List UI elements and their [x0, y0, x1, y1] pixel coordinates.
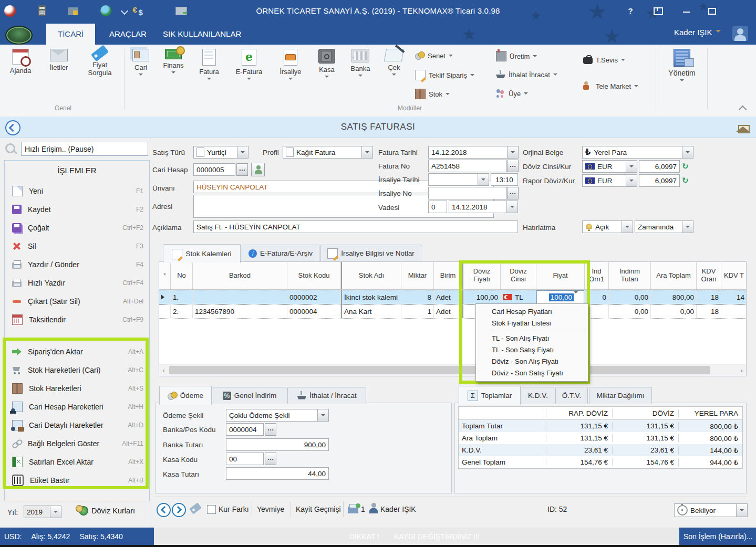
hatirlatma-select[interactable]: Açık	[582, 220, 633, 233]
tab-otv[interactable]: Ö.T.V.	[555, 387, 588, 404]
search-input[interactable]	[21, 142, 148, 156]
year-select[interactable]: 2019	[24, 506, 61, 518]
tab-stok-kalemleri[interactable]: Stok Kalemleri	[163, 244, 241, 263]
rapor-kur-input[interactable]: 6,0997	[639, 174, 680, 187]
menu-item-tl-son-alis[interactable]: TL - Son Alış Fiyatı	[476, 333, 588, 344]
tab-toplamlar[interactable]: Σ Toplamlar	[459, 386, 521, 405]
cari-hesap-lookup-button[interactable]: …	[236, 163, 248, 176]
kasa-kodu-lookup-button[interactable]: …	[265, 453, 276, 465]
horizontal-scrollbar[interactable]: ‹ ›	[159, 364, 746, 376]
vadesi-gun-input[interactable]: 0	[428, 201, 447, 213]
ribbon-button-yonetim[interactable]: Yönetim	[661, 49, 703, 85]
kayit-gecmisi-button[interactable]: Kayit Geçmişi	[296, 505, 341, 513]
kur-farki-checkbox[interactable]	[207, 505, 216, 514]
scroll-right-icon[interactable]: ›	[737, 366, 746, 374]
ribbon-button-fiyat-sorgula[interactable]: Fiyat Sorgula	[79, 49, 121, 77]
fatura-tarihi-select[interactable]: 14.12.2018	[428, 146, 519, 159]
cari-hesap-input[interactable]: 0000005	[193, 163, 235, 176]
sidebar-item-taksitlendir[interactable]: Taksitlendir Ctrl+F9	[12, 312, 143, 327]
aciklama-input[interactable]: Satış Ft. - HÜSEYİN CANPOLAT	[193, 220, 518, 233]
print-count-icon[interactable]	[348, 507, 358, 513]
menu-item-doviz-son-alis[interactable]: Döviz - Son Alış Fiyatı	[476, 356, 588, 367]
sidebar-item-kaydet[interactable]: Kaydet F2	[12, 202, 143, 217]
ribbon-button-senet[interactable]: Senet	[415, 51, 453, 60]
tab-araclar[interactable]: ARAÇLAR	[98, 24, 158, 45]
sidebar-item-cari-hesap-hareketleri[interactable]: Cari Hesap Hareketleri Alt+H	[12, 399, 143, 414]
scrollbar-thumb[interactable]	[169, 366, 710, 374]
grid-row-1[interactable]: 1. 0000002 İkinci stok kalemi 8 Adet 100…	[159, 290, 746, 304]
col-kdv-oran[interactable]: KDV Oran	[697, 262, 721, 289]
sidebar-item-bagli-belgeleri-goster[interactable]: Bağlı Belgeleri Göster Alt+F11	[12, 436, 143, 451]
pin-window-icon[interactable]	[654, 7, 663, 15]
tab-kdv[interactable]: K.D.V.	[522, 387, 554, 404]
sidebar-item-etiket-bastir[interactable]: Etiket Bastır Alt+B	[12, 473, 143, 488]
sidebar-item-satirlari-excel-aktar[interactable]: Satırları Excel Aktar Alt+X	[12, 455, 143, 469]
col-doviz-cinsi[interactable]: Döviz Cinsi	[501, 262, 536, 289]
col-ara-toplam[interactable]: Ara Toplam	[651, 262, 697, 289]
ribbon-button-iletiler[interactable]: İletiler	[42, 49, 76, 71]
kasa-tutari-input[interactable]: 44,00	[226, 467, 329, 480]
banka-pos-lookup-button[interactable]: …	[265, 423, 276, 436]
refresh-rate-icon[interactable]: ↻	[682, 176, 689, 185]
ribbon-button-banka[interactable]: Banka	[345, 49, 376, 80]
status-select[interactable]: Bekliyor	[674, 503, 748, 517]
user-avatar[interactable]	[732, 26, 748, 41]
menu-item-doviz-son-satis[interactable]: Döviz - Son Satış Fiyatı	[476, 367, 588, 379]
ribbon-button-cari[interactable]: Cari	[127, 49, 154, 79]
collapse-ribbon-icon[interactable]	[739, 106, 747, 114]
ribbon-button-stok[interactable]: Stok	[415, 89, 450, 99]
banka-tutari-input[interactable]: 900,00	[226, 438, 329, 451]
tab-ithalat-ihracat[interactable]: İthalat / İhracat	[287, 387, 366, 404]
sidebar-item-yazdir-gonder[interactable]: Yazdır / Gönder F4	[12, 257, 143, 272]
ribbon-button-fatura[interactable]: Fatura	[193, 49, 225, 83]
minimize-button[interactable]	[683, 12, 690, 13]
col-fiyat[interactable]: Fiyat	[536, 262, 585, 289]
ribbon-button-tele-market[interactable]: Tele Market	[583, 81, 638, 91]
col-no[interactable]: No	[171, 262, 193, 289]
doviz-kurlari-button[interactable]: Döviz Kurları	[79, 506, 135, 516]
fatura-no-lookup-button[interactable]: …	[507, 160, 519, 172]
sidebar-item-cikart-satir-sil[interactable]: Çıkart (Satır Sil) Alt+Del	[12, 294, 143, 309]
ribbon-button-cek[interactable]: Çek	[380, 49, 408, 79]
ribbon-button-uye[interactable]: Üye	[496, 89, 528, 98]
hatirlatma-zaman-select[interactable]: Zamanında	[635, 220, 693, 233]
sidebar-item-sil[interactable]: Sil F3	[12, 239, 143, 254]
user-menu[interactable]: Kader IŞIK	[674, 28, 721, 37]
menu-item-tl-son-satis[interactable]: TL - Son Satış Fiyatı	[476, 344, 588, 356]
grid-row-2[interactable]: 2. 1234567890 0000004 Ana Kart 1 Adet 0,…	[159, 304, 746, 319]
sidebar-item-hizli-yazdir[interactable]: Hızlı Yazdır Ctrl+F4	[12, 276, 143, 290]
sidebar-item-cogalt[interactable]: Çoğalt Ctrl+F2	[12, 220, 143, 235]
tab-sik-kullanilanlar[interactable]: SIK KULLANILANLAR	[151, 24, 253, 45]
col-barkod[interactable]: Barkod	[193, 262, 287, 289]
home-icon[interactable]	[738, 125, 750, 133]
menu-item-cari-hesap-fiyatlari[interactable]: Cari Hesap Fiyatları	[476, 306, 588, 318]
sidebar-item-cari-detayli-hareketler[interactable]: Cari Detaylı Hareketler Alt+D	[12, 418, 143, 433]
tab-genel-indirim[interactable]: % Genel İndirim	[213, 387, 286, 404]
tab-ticari[interactable]: TİCARİ	[46, 24, 95, 45]
ribbon-button-e-fatura[interactable]: e E-Fatura	[230, 49, 268, 83]
satis-turu-select[interactable]: Yurtiçi	[193, 146, 248, 159]
previous-record-button[interactable]	[157, 503, 171, 517]
tab-odeme[interactable]: Ödeme	[159, 386, 212, 405]
col-miktar[interactable]: Miktar	[401, 262, 434, 289]
rapor-doviz-select[interactable]: EUR	[582, 174, 637, 187]
col-stok-kodu[interactable]: Stok Kodu	[287, 262, 341, 289]
ribbon-button-teklif-siparis[interactable]: Teklif Sipariş	[415, 70, 474, 80]
irsaliye-no-input[interactable]	[428, 187, 507, 199]
scroll-left-icon[interactable]: ‹	[159, 366, 168, 374]
help-button[interactable]: ?	[623, 6, 638, 15]
doviz-cinsi-select[interactable]: EUR	[582, 160, 637, 173]
col-doviz-fiyati[interactable]: Döviz Fiyatı	[462, 262, 501, 289]
price-dropdown-button[interactable]	[574, 293, 584, 301]
ribbon-button-kasa[interactable]: Kasa	[312, 49, 341, 81]
tag-icon[interactable]	[189, 502, 202, 514]
tab-miktar-dagilimi[interactable]: Miktar Dağılımı	[589, 387, 652, 404]
ribbon-button-finans[interactable]: Finans	[158, 49, 189, 77]
menu-item-stok-fiyatlar-listesi[interactable]: Stok Fiyatlar Listesi	[476, 318, 588, 329]
sidebar-item-siparisden-aktar[interactable]: Sipariş'den Aktar Alt+A	[12, 344, 143, 359]
col-ind-orn1[interactable]: İnd Orn1	[585, 262, 609, 289]
odeme-sekli-select[interactable]: Çoklu Ödeme Şekli	[226, 409, 329, 422]
tab-irsaliye-bilgisi[interactable]: İrsaliye Bilgisi ve Notlar	[320, 245, 421, 261]
banka-pos-kodu-input[interactable]: 0000004	[226, 423, 264, 436]
ribbon-button-irsaliye[interactable]: İrsaliye	[273, 49, 308, 83]
